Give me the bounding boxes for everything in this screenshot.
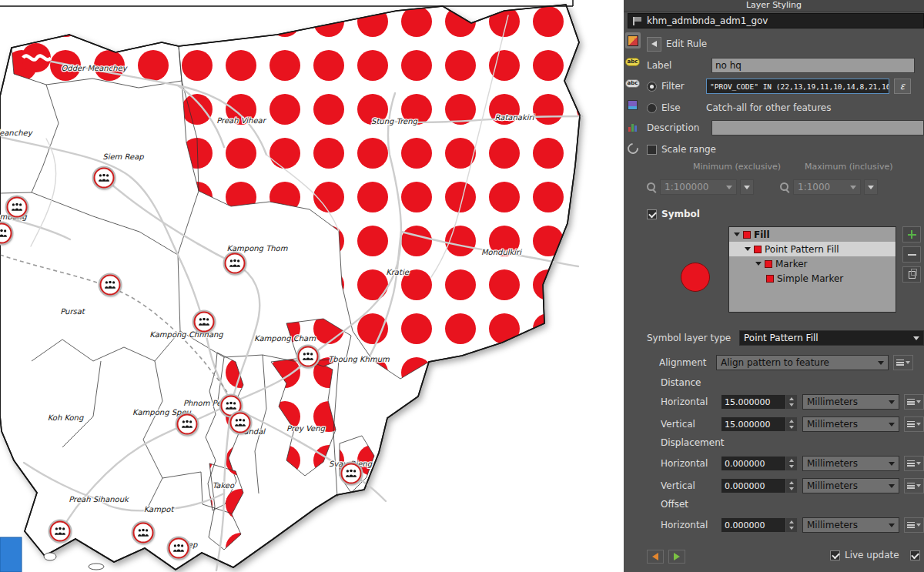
data-defined-override-button[interactable] bbox=[904, 394, 924, 410]
map-svg bbox=[0, 0, 624, 572]
expression-builder-button[interactable]: ε bbox=[894, 79, 911, 94]
spinner-buttons[interactable] bbox=[785, 457, 797, 470]
minimum-scale-value: 1:100000 bbox=[665, 182, 709, 192]
chevron-down-icon bbox=[916, 400, 921, 403]
marker-swatch-icon bbox=[765, 260, 772, 268]
province-label: Mondulkiri bbox=[481, 248, 521, 256]
minus-icon bbox=[908, 254, 916, 256]
unit-combo[interactable]: Millimeters bbox=[802, 394, 899, 410]
unit-value: Millimeters bbox=[807, 396, 858, 407]
alignment-combo[interactable]: Align pattern to feature bbox=[716, 355, 889, 370]
plus-icon bbox=[908, 230, 916, 239]
unit-combo[interactable]: Millimeters bbox=[802, 416, 899, 432]
maximum-scale-combo[interactable]: 1:1000 bbox=[793, 179, 861, 195]
expander-icon[interactable] bbox=[755, 262, 762, 266]
unit-combo[interactable]: Millimeters bbox=[802, 478, 899, 493]
back-button[interactable] bbox=[647, 37, 661, 52]
tab-history[interactable] bbox=[625, 140, 641, 156]
data-defined-icon bbox=[907, 522, 915, 528]
minimum-caption: Minimum (exclusive) bbox=[693, 162, 781, 172]
remove-symbol-layer-button[interactable] bbox=[902, 246, 921, 263]
set-max-to-canvas-button[interactable] bbox=[864, 179, 878, 195]
tab-masks[interactable]: abc bbox=[625, 75, 641, 92]
tree-row-marker[interactable]: Marker bbox=[729, 256, 896, 271]
hq-marker-icon bbox=[100, 275, 121, 296]
distance-vertical-spinbox[interactable]: 15.000000 bbox=[721, 416, 798, 432]
data-defined-override-button[interactable] bbox=[904, 416, 924, 432]
data-defined-override-button[interactable] bbox=[904, 478, 924, 493]
spinner-buttons[interactable] bbox=[785, 518, 797, 532]
undo-button[interactable] bbox=[647, 550, 664, 564]
tree-row-simple-marker[interactable]: Simple Marker bbox=[729, 271, 896, 286]
offset-horizontal-row: Horizontal 0.000000 Millimeters bbox=[647, 517, 924, 534]
unit-combo[interactable]: Millimeters bbox=[802, 456, 899, 471]
chevron-down-icon bbox=[916, 523, 921, 527]
minimum-scale-combo[interactable]: 1:100000 bbox=[660, 179, 737, 195]
alignment-row: Alignment Align pattern to feature bbox=[647, 354, 924, 371]
spinner-buttons[interactable] bbox=[785, 417, 797, 431]
islands bbox=[44, 553, 104, 570]
pattern-swatch-icon bbox=[754, 246, 762, 253]
province-label: Tboung Khmum bbox=[328, 355, 390, 363]
tab-labels[interactable]: abc bbox=[625, 54, 641, 70]
chevron-down-icon bbox=[916, 462, 921, 465]
add-symbol-layer-button[interactable] bbox=[902, 226, 921, 243]
hq-marker-icon bbox=[298, 346, 319, 367]
symbol-layer-type-caption: Symbol layer type bbox=[647, 333, 735, 343]
unit-value: Millimeters bbox=[807, 419, 858, 430]
spin-value: 15.000000 bbox=[721, 420, 785, 430]
scale-range-checkbox[interactable] bbox=[647, 145, 657, 155]
live-update-checkbox[interactable] bbox=[830, 550, 840, 560]
tab-symbology[interactable] bbox=[625, 32, 641, 49]
tree-row-fill[interactable]: Fill bbox=[729, 227, 896, 242]
data-defined-override-button[interactable] bbox=[893, 355, 913, 370]
set-min-to-canvas-button[interactable] bbox=[740, 179, 754, 195]
hq-marker-icon bbox=[194, 312, 215, 333]
offset-horizontal-spinbox[interactable]: 0.000000 bbox=[721, 517, 798, 533]
rule-label-input[interactable]: no hq bbox=[711, 58, 915, 73]
filter-caption: Filter bbox=[661, 81, 701, 92]
symbol-layer-type-row: Symbol layer type Point Pattern Fill bbox=[647, 329, 924, 346]
symbol-checkbox[interactable] bbox=[647, 209, 657, 219]
zoom-max-icon bbox=[780, 182, 790, 192]
symbol-layer-type-combo[interactable]: Point Pattern Fill bbox=[739, 330, 924, 346]
expander-icon[interactable] bbox=[745, 247, 751, 251]
spinner-buttons[interactable] bbox=[785, 479, 797, 493]
data-defined-override-button[interactable] bbox=[904, 517, 924, 533]
symbology-icon bbox=[628, 35, 638, 46]
panel-title: Layer Styling bbox=[624, 0, 924, 12]
expander-icon[interactable] bbox=[734, 232, 740, 236]
data-defined-override-button[interactable] bbox=[904, 456, 924, 471]
tree-row-point-pattern-fill[interactable]: Point Pattern Fill bbox=[729, 242, 896, 256]
layer-icon bbox=[633, 17, 642, 25]
province-label: Preah Sihanouk bbox=[69, 495, 129, 503]
extra-checkbox[interactable] bbox=[910, 550, 920, 560]
scale-range-caption: Scale range bbox=[661, 144, 716, 155]
map-canvas[interactable]: Odder MeancheyMeancheyPreah VihearStung … bbox=[0, 0, 624, 572]
simple-marker-swatch-icon bbox=[766, 275, 774, 283]
chevron-down-icon bbox=[889, 484, 895, 488]
tab-3d-view[interactable] bbox=[625, 97, 641, 113]
filter-radio[interactable] bbox=[647, 82, 657, 92]
fill-swatch-icon bbox=[743, 231, 751, 239]
displacement-horizontal-spinbox[interactable]: 0.000000 bbox=[721, 456, 798, 471]
back-arrow-icon bbox=[652, 553, 658, 560]
symbol-caption: Symbol bbox=[661, 209, 700, 219]
tab-diagrams[interactable] bbox=[625, 119, 641, 135]
duplicate-symbol-layer-button[interactable] bbox=[902, 266, 921, 283]
description-input[interactable] bbox=[711, 120, 924, 135]
chevron-down-icon bbox=[889, 462, 895, 466]
qgis-window: Odder MeancheyMeancheyPreah VihearStung … bbox=[0, 0, 924, 572]
else-radio[interactable] bbox=[647, 103, 657, 113]
unit-combo[interactable]: Millimeters bbox=[802, 517, 899, 533]
chevron-down-icon bbox=[906, 361, 910, 364]
diagram-icon bbox=[628, 122, 637, 132]
displacement-vertical-spinbox[interactable]: 0.000000 bbox=[721, 478, 798, 493]
redo-button[interactable] bbox=[668, 550, 685, 564]
layer-header[interactable]: khm_admbnda_adm1_gov bbox=[628, 13, 924, 28]
scale-range-row: Scale range bbox=[647, 141, 924, 158]
distance-horizontal-spinbox[interactable]: 15.000000 bbox=[721, 394, 798, 410]
filter-expression-input[interactable]: "PROV_CODE" IN (22,13,19,11,10,14,8,21,1… bbox=[706, 79, 889, 94]
chevron-down-icon bbox=[889, 423, 895, 426]
spinner-buttons[interactable] bbox=[785, 395, 797, 409]
